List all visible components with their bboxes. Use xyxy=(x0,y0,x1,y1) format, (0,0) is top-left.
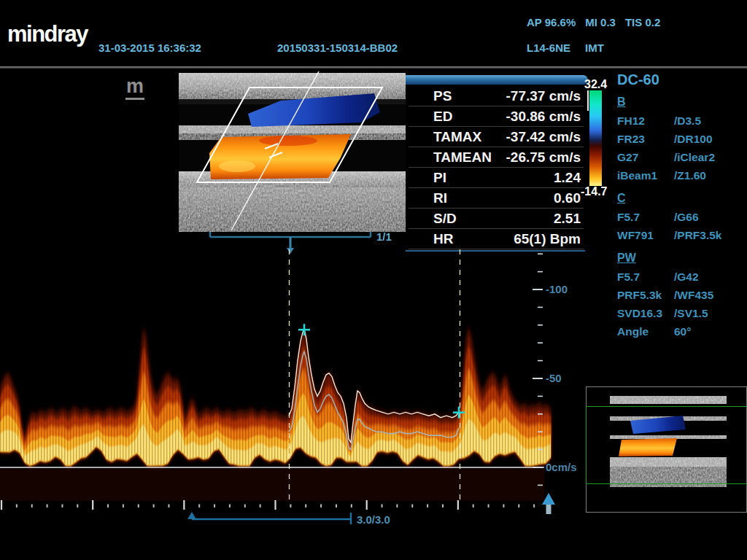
thumbnail-active-region[interactable] xyxy=(586,406,747,484)
sidebar-section-b: BFH12/D3.5FR23/DR100G27/iClear2iBeam1/Z1… xyxy=(617,96,746,184)
measurement-row-ri: RI0.60 xyxy=(409,188,584,209)
param-value: /WF435 xyxy=(674,286,746,304)
measurement-row-sd: S/D2.51 xyxy=(409,209,584,229)
param-row[interactable]: Angle60° xyxy=(617,322,746,341)
measurement-row-pi: PI1.24 xyxy=(409,168,584,188)
measurement-row-ed: ED-30.86 cm/s xyxy=(409,106,584,127)
time-tick-major xyxy=(366,500,368,510)
param-row[interactable]: iBeam1/Z1.60 xyxy=(617,166,746,184)
param-label: F5.7 xyxy=(617,208,674,226)
param-value: /D3.5 xyxy=(674,112,746,130)
param-value: 60° xyxy=(674,322,746,341)
flow-patch xyxy=(219,160,255,172)
sidebar-section-c: CF5.7/G66WF791/PRF3.5k xyxy=(617,192,746,244)
time-tick-minor xyxy=(320,505,322,508)
time-tick-minor xyxy=(168,505,169,508)
time-tick-minor xyxy=(488,505,489,508)
param-row[interactable]: SVD16.3/SV1.5 xyxy=(617,304,746,322)
time-tick-minor xyxy=(473,505,474,508)
image-parameters-sidebar: DC-60 BFH12/D3.5FR23/DR100G27/iClear2iBe… xyxy=(617,71,746,341)
param-label: F5.7 xyxy=(617,268,674,286)
measurement-label: HR xyxy=(409,231,453,247)
param-row[interactable]: FH12/D3.5 xyxy=(617,112,746,130)
measurement-value: -30.86 cm/s xyxy=(506,109,584,125)
time-tick-minor xyxy=(518,505,519,508)
time-tick-minor xyxy=(533,505,535,508)
pw-doppler-spectrum[interactable]: -100 -50 0cm/s 3.0/3.0 xyxy=(0,248,584,560)
measurement-label: PS xyxy=(409,88,452,104)
color-velocity-bar xyxy=(589,90,602,186)
measurement-label: PI xyxy=(409,170,446,186)
measurement-value: 65(1) Bpm xyxy=(514,231,584,247)
time-tick-minor xyxy=(214,505,215,508)
time-tick-minor xyxy=(198,505,200,508)
colorbar-max-label: 32.4 xyxy=(584,78,607,91)
param-value: /SV1.5 xyxy=(674,304,746,322)
measurement-value: 1.24 xyxy=(554,170,584,186)
page-indicator: 1/1 xyxy=(376,230,392,243)
probe-name: L14-6NE xyxy=(527,42,570,54)
param-row[interactable]: PRF5.3k/WF435 xyxy=(617,286,746,304)
time-tick-minor xyxy=(138,505,139,508)
time-tick-minor xyxy=(382,505,383,508)
param-label: WF791 xyxy=(617,226,674,244)
time-tick-minor xyxy=(229,505,231,508)
header-separator xyxy=(0,66,747,69)
exam-preset: IMT xyxy=(585,42,604,54)
panel-header-bar xyxy=(406,75,588,85)
time-tick-minor xyxy=(305,505,306,508)
measurement-row-tamean: TAMEAN-26.75 cm/s xyxy=(409,147,584,168)
time-tick-minor xyxy=(31,505,33,508)
colorbar-min-label: -14.7 xyxy=(581,185,607,198)
param-label: G27 xyxy=(617,148,674,166)
measurement-results-panel: PS-77.37 cm/sED-30.86 cm/sTAMAX-37.42 cm… xyxy=(406,73,585,252)
measurement-row-hr: HR65(1) Bpm xyxy=(409,229,584,249)
param-row[interactable]: FR23/DR100 xyxy=(617,130,746,148)
mindray-logo: mindray xyxy=(7,21,88,47)
sweep-speed-indicator: 3.0/3.0 xyxy=(187,512,390,526)
time-tick-major xyxy=(457,500,459,510)
param-label: Angle xyxy=(617,322,674,341)
time-tick-minor xyxy=(290,505,291,508)
param-value: /iClear2 xyxy=(674,148,746,166)
time-tick-minor xyxy=(427,505,428,508)
param-label: FR23 xyxy=(617,130,674,148)
time-tick-minor xyxy=(411,505,413,508)
exam-id: 20150331-150314-BB02 xyxy=(277,42,398,54)
section-title: C xyxy=(617,192,746,205)
time-tick-minor xyxy=(244,505,246,508)
bmode-image[interactable] xyxy=(179,71,407,232)
param-row[interactable]: WF791/PRF3.5k xyxy=(617,226,746,244)
caliper-cross[interactable] xyxy=(298,324,310,335)
time-tick-minor xyxy=(336,505,337,508)
flow-patch xyxy=(259,136,317,146)
param-label: FH12 xyxy=(617,112,674,130)
sidebar-section-pw: PWF5.7/G42PRF5.3k/WF435SVD16.3/SV1.5Angl… xyxy=(617,252,746,341)
time-tick-major xyxy=(183,500,185,510)
param-row[interactable]: F5.7/G66 xyxy=(617,208,746,226)
time-tick-minor xyxy=(61,505,63,508)
measurement-value: -26.75 cm/s xyxy=(506,149,584,166)
time-tick-minor xyxy=(503,505,504,508)
time-tick-minor xyxy=(260,505,261,508)
machine-model: DC-60 xyxy=(617,71,746,88)
sweep-label: 3.0/3.0 xyxy=(357,513,390,526)
mechanical-index: MI 0.3 xyxy=(585,16,616,28)
measurement-label: TAMEAN xyxy=(409,149,492,166)
param-value: /Z1.60 xyxy=(674,166,746,184)
probe-preset: L14-6NE IMT xyxy=(527,42,604,54)
measurement-label: ED xyxy=(409,109,452,125)
acoustic-indices: AP 96.6% MI 0.3 TIS 0.2 xyxy=(527,16,660,28)
velocity-label-0: 0cm/s xyxy=(546,461,577,473)
time-tick-major xyxy=(92,500,93,510)
measurement-label: RI xyxy=(409,190,447,206)
measurement-label: S/D xyxy=(409,211,457,227)
param-row[interactable]: F5.7/G42 xyxy=(617,268,746,286)
acoustic-power: AP 96.6% xyxy=(527,16,576,28)
param-label: PRF5.3k xyxy=(617,286,674,304)
measurement-value: 2.51 xyxy=(554,211,584,227)
time-tick-minor xyxy=(396,505,398,508)
measurement-row-tamax: TAMAX-37.42 cm/s xyxy=(409,127,584,147)
section-title: PW xyxy=(617,252,746,265)
param-row[interactable]: G27/iClear2 xyxy=(617,148,746,166)
